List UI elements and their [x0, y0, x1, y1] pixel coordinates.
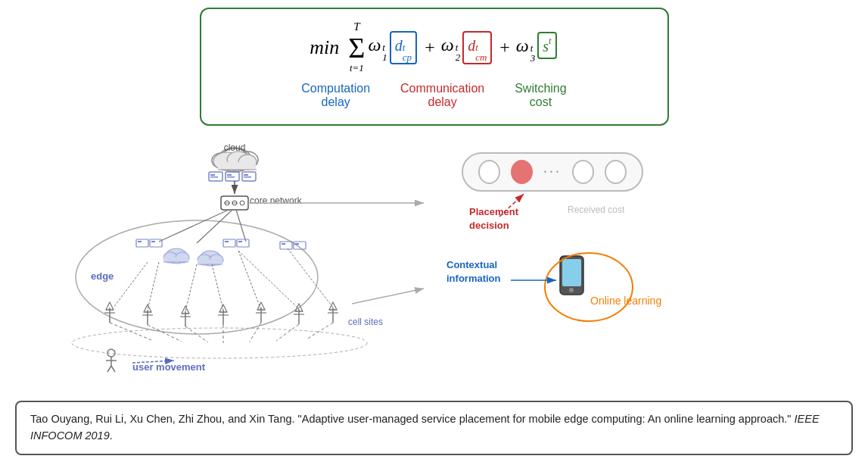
svg-line-79 — [111, 366, 115, 372]
computation-label: Computation delay — [301, 82, 370, 109]
sigma-bottom: t=1 — [350, 62, 364, 74]
svg-rect-15 — [210, 176, 218, 178]
svg-rect-32 — [163, 258, 188, 262]
edge-bs6 — [238, 251, 299, 309]
term2-boxed: dtcm — [462, 31, 492, 64]
edge-cloud-right — [198, 251, 223, 266]
svg-rect-19 — [244, 176, 251, 178]
cell-sites-text: cell sites — [348, 317, 383, 327]
edge-bs3 — [185, 264, 197, 311]
network-diagram: cloud core network — [15, 137, 454, 395]
svg-rect-34 — [223, 239, 235, 247]
cloud-servers — [209, 172, 256, 181]
term1-wrapper: ωt1 dtcp — [368, 31, 418, 64]
term2-wrapper: ωt2 dtcm — [441, 31, 494, 64]
svg-rect-27 — [138, 241, 142, 242]
user-movement-text: user movement — [132, 361, 206, 373]
svg-rect-45 — [282, 243, 285, 245]
received-cost-label: Received cost — [568, 204, 624, 217]
term1-boxed: dtcp — [390, 31, 417, 64]
core-edge-line1 — [159, 210, 229, 242]
svg-point-22 — [240, 201, 244, 205]
svg-rect-37 — [238, 241, 242, 242]
svg-line-85 — [499, 194, 524, 217]
term3-boxed: st — [537, 32, 556, 59]
main-container: min T Σ t=1 ωt1 dtcp + ωt2 dtcm — [0, 0, 868, 459]
svg-rect-35 — [237, 239, 249, 247]
communication-label: Communication delay — [400, 82, 484, 109]
user-figure — [106, 349, 117, 372]
bs-connect6 — [276, 324, 299, 341]
omega3-sub-sup: t3 — [530, 43, 536, 63]
plus2: + — [499, 37, 510, 58]
core-edge-line3 — [236, 210, 246, 242]
edge-bs4 — [212, 264, 223, 310]
svg-rect-18 — [244, 174, 248, 176]
svg-rect-43 — [280, 242, 292, 249]
edge-cloud-left — [163, 248, 189, 264]
citation-box: Tao Ouyang, Rui Li, Xu Chen, Zhi Zhou, a… — [15, 401, 853, 455]
network-svg: cloud core network — [15, 137, 454, 379]
svg-rect-41 — [198, 260, 222, 264]
omega2-sub-sup: t2 — [456, 42, 461, 62]
svg-rect-25 — [136, 239, 148, 247]
svg-rect-28 — [151, 241, 155, 242]
switching-label: Switching cost — [515, 82, 566, 109]
sigma-symbol: Σ — [348, 33, 365, 62]
plus1: + — [425, 37, 435, 58]
svg-line-78 — [107, 366, 111, 372]
svg-rect-9 — [218, 162, 256, 170]
edge-bs1 — [114, 262, 148, 308]
svg-rect-16 — [227, 174, 232, 176]
formula-labels: Computation delay Communication delay Sw… — [224, 82, 645, 109]
diagram-area: cloud core network — [15, 137, 853, 395]
sigma-block: T Σ t=1 — [348, 20, 365, 74]
edge-text: edge — [91, 270, 114, 282]
svg-rect-46 — [295, 243, 299, 245]
contextual-info-label: Contextual information — [446, 258, 501, 286]
svg-rect-44 — [294, 242, 306, 249]
edge-server-left — [136, 239, 162, 247]
contextual-arrow-svg — [511, 271, 632, 294]
contextual-arrow — [352, 289, 424, 304]
cloud-text: cloud — [224, 142, 246, 153]
svg-rect-17 — [227, 176, 235, 178]
core-network-text: core network — [250, 195, 303, 206]
svg-rect-36 — [225, 241, 229, 242]
term3-wrapper: ωt3 st — [516, 32, 558, 63]
online-learning-label: Online learning — [590, 295, 661, 307]
base-stations — [104, 302, 338, 326]
edge-bs2 — [148, 262, 159, 310]
right-panel: ··· Placement decision Received cost — [446, 145, 711, 387]
omega2: ω — [441, 35, 454, 55]
svg-rect-26 — [150, 239, 162, 247]
formula-content: min T Σ t=1 ωt1 dtcp + ωt2 dtcm — [224, 20, 645, 74]
omega1-sub-sup: t1 — [382, 42, 387, 62]
citation-text: Tao Ouyang, Rui Li, Xu Chen, Zhi Zhou, a… — [30, 413, 820, 442]
formula-min: min — [310, 36, 339, 59]
edge-server-mid — [223, 239, 249, 247]
omega1: ω — [368, 35, 381, 55]
formula-box: min T Σ t=1 ωt1 dtcp + ωt2 dtcm — [200, 8, 669, 126]
svg-rect-14 — [210, 174, 215, 176]
core-edge-line2 — [197, 210, 232, 243]
edge-bs5 — [238, 251, 261, 310]
omega3: ω — [516, 36, 529, 56]
